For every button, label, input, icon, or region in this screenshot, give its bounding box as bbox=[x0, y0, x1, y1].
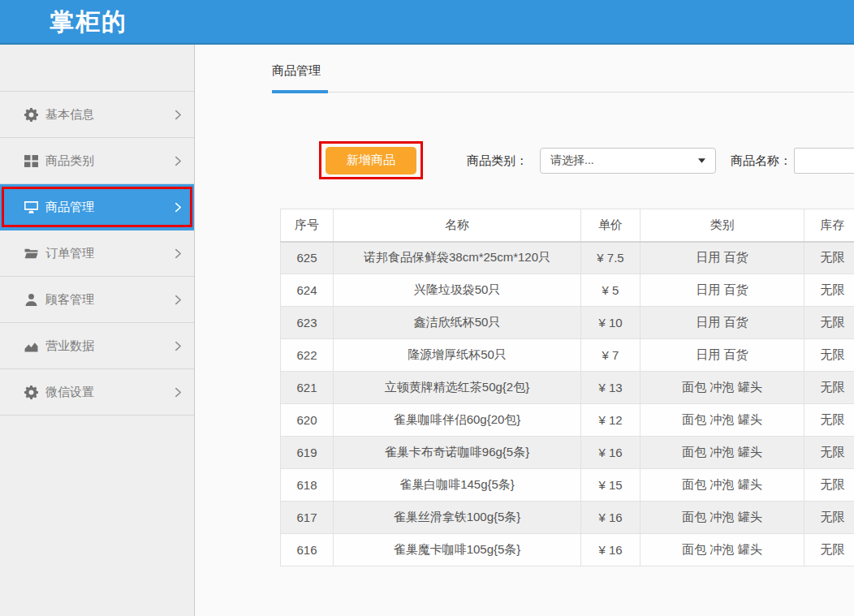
cell-price: ¥ 5 bbox=[581, 274, 640, 307]
sidebar-item-label: 商品管理 bbox=[45, 200, 94, 215]
column-header-serial: 序号 bbox=[281, 209, 334, 242]
cell-price: ¥ 16 bbox=[581, 437, 640, 469]
table-row: 622隆源增厚纸杯50只¥ 7日用 百货无限 bbox=[281, 339, 854, 372]
table-header-row: 序号名称单价类别库存 bbox=[281, 209, 854, 242]
cell-serial: 622 bbox=[281, 339, 334, 372]
cell-name: 雀巢魔卡咖啡105g{5条} bbox=[334, 534, 581, 566]
tab-product-management[interactable]: 商品管理 bbox=[272, 63, 321, 79]
cell-stock: 无限 bbox=[804, 469, 854, 502]
cell-serial: 624 bbox=[281, 274, 334, 307]
column-header-category: 类别 bbox=[640, 209, 804, 242]
cell-category: 面包 冲泡 罐头 bbox=[640, 404, 804, 437]
cell-price: ¥ 16 bbox=[581, 534, 640, 566]
user-icon bbox=[24, 292, 39, 307]
product-table-wrap: 序号名称单价类别库存 625诺邦食品保鲜袋38cm*25cm*120只¥ 7.5… bbox=[280, 209, 854, 566]
chevron-right-icon bbox=[175, 155, 182, 167]
table-row: 625诺邦食品保鲜袋38cm*25cm*120只¥ 7.5日用 百货无限 bbox=[281, 242, 854, 274]
app-header: 掌柜的 bbox=[0, 0, 854, 45]
cell-price: ¥ 16 bbox=[581, 502, 640, 534]
sidebar-item-wechat-settings[interactable]: 微信设置 bbox=[0, 369, 194, 416]
cell-stock: 无限 bbox=[804, 502, 854, 534]
caret-down-icon bbox=[698, 158, 705, 163]
cell-name: 兴隆垃圾袋50只 bbox=[334, 274, 581, 307]
sidebar-nav: 基本信息商品类别商品管理订单管理顾客管理营业数据微信设置 bbox=[0, 92, 194, 416]
app-title: 掌柜的 bbox=[0, 0, 854, 43]
table-row: 619雀巢卡布奇诺咖啡96g{5条}¥ 16面包 冲泡 罐头无限 bbox=[281, 437, 854, 469]
cell-category: 面包 冲泡 罐头 bbox=[640, 469, 804, 502]
table-row: 618雀巢白咖啡145g{5条}¥ 15面包 冲泡 罐头无限 bbox=[281, 469, 854, 502]
cell-category: 面包 冲泡 罐头 bbox=[640, 372, 804, 404]
table-row: 621立顿黄牌精选红茶50g{2包}¥ 13面包 冲泡 罐头无限 bbox=[281, 372, 854, 404]
cell-category: 面包 冲泡 罐头 bbox=[640, 534, 804, 566]
cell-stock: 无限 bbox=[804, 242, 854, 274]
monitor-icon bbox=[24, 200, 39, 214]
chevron-right-icon bbox=[175, 201, 182, 213]
table-row: 624兴隆垃圾袋50只¥ 5日用 百货无限 bbox=[281, 274, 854, 307]
column-header-stock: 库存 bbox=[804, 209, 854, 242]
cell-stock: 无限 bbox=[804, 274, 854, 307]
cell-name: 雀巢咖啡伴侣60g{20包} bbox=[334, 404, 581, 437]
sidebar-item-label: 商品类别 bbox=[45, 153, 94, 169]
cell-name: 诺邦食品保鲜袋38cm*25cm*120只 bbox=[334, 242, 581, 274]
cell-price: ¥ 15 bbox=[581, 469, 640, 502]
gear-icon bbox=[24, 107, 39, 122]
cell-category: 日用 百货 bbox=[640, 242, 804, 274]
cell-name: 雀巢白咖啡145g{5条} bbox=[334, 469, 581, 502]
cell-category: 面包 冲泡 罐头 bbox=[640, 437, 804, 469]
sidebar-item-order-management[interactable]: 订单管理 bbox=[0, 230, 194, 277]
sidebar-item-label: 基本信息 bbox=[45, 107, 94, 123]
cell-stock: 无限 bbox=[804, 404, 854, 437]
cell-serial: 617 bbox=[281, 502, 334, 534]
cell-category: 面包 冲泡 罐头 bbox=[640, 502, 804, 534]
chart-icon bbox=[24, 338, 39, 353]
sidebar-item-label: 营业数据 bbox=[45, 338, 94, 354]
column-header-name: 名称 bbox=[334, 209, 581, 242]
cell-name: 鑫洁欣纸杯50只 bbox=[334, 307, 581, 339]
chevron-right-icon bbox=[175, 109, 182, 121]
sidebar-item-label: 订单管理 bbox=[45, 246, 94, 261]
cell-serial: 623 bbox=[281, 307, 334, 339]
folder-icon bbox=[24, 246, 39, 261]
cell-category: 日用 百货 bbox=[640, 274, 804, 307]
cell-stock: 无限 bbox=[804, 372, 854, 404]
gear-icon bbox=[24, 385, 39, 399]
cell-name: 立顿黄牌精选红茶50g{2包} bbox=[334, 372, 581, 404]
cell-serial: 618 bbox=[281, 469, 334, 502]
sidebar-spacer bbox=[0, 45, 194, 92]
cell-serial: 621 bbox=[281, 372, 334, 404]
cell-price: ¥ 7.5 bbox=[581, 242, 640, 274]
cell-stock: 无限 bbox=[804, 307, 854, 339]
category-select[interactable]: 请选择... bbox=[540, 148, 716, 174]
chevron-right-icon bbox=[175, 294, 182, 306]
category-select-value: 请选择... bbox=[550, 153, 594, 168]
cell-stock: 无限 bbox=[804, 437, 854, 469]
product-table: 序号名称单价类别库存 625诺邦食品保鲜袋38cm*25cm*120只¥ 7.5… bbox=[280, 209, 854, 566]
cell-price: ¥ 13 bbox=[581, 372, 640, 404]
cell-price: ¥ 7 bbox=[581, 339, 640, 372]
add-product-button[interactable]: 新增商品 bbox=[326, 147, 416, 174]
cell-stock: 无限 bbox=[804, 339, 854, 372]
table-row: 617雀巢丝滑拿铁100g{5条}¥ 16面包 冲泡 罐头无限 bbox=[281, 502, 854, 534]
sidebar-item-product-management[interactable]: 商品管理 bbox=[0, 184, 194, 230]
cell-category: 日用 百货 bbox=[640, 339, 804, 372]
sidebar-item-basic-info[interactable]: 基本信息 bbox=[0, 92, 194, 138]
cell-serial: 625 bbox=[281, 242, 334, 274]
column-header-price: 单价 bbox=[581, 209, 640, 242]
cell-category: 日用 百货 bbox=[640, 307, 804, 339]
table-row: 616雀巢魔卡咖啡105g{5条}¥ 16面包 冲泡 罐头无限 bbox=[281, 534, 854, 566]
sidebar-item-customer-management[interactable]: 顾客管理 bbox=[0, 277, 194, 323]
chevron-right-icon bbox=[175, 248, 182, 260]
name-filter-label: 商品名称： bbox=[731, 141, 791, 179]
tab-active-underline bbox=[272, 90, 328, 93]
product-name-input[interactable] bbox=[794, 148, 854, 174]
main-content: 商品管理 新增商品 商品类别： 请选择... 商品名称： 序号名称单价类别库存 … bbox=[195, 45, 854, 616]
cell-serial: 620 bbox=[281, 404, 334, 437]
cell-price: ¥ 12 bbox=[581, 404, 640, 437]
grid-icon bbox=[24, 153, 39, 168]
sidebar-item-product-category[interactable]: 商品类别 bbox=[0, 138, 194, 184]
chevron-right-icon bbox=[175, 386, 182, 398]
cell-name: 隆源增厚纸杯50只 bbox=[334, 339, 581, 372]
cell-name: 雀巢丝滑拿铁100g{5条} bbox=[334, 502, 581, 534]
sidebar-item-business-data[interactable]: 营业数据 bbox=[0, 323, 194, 369]
table-row: 623鑫洁欣纸杯50只¥ 10日用 百货无限 bbox=[281, 307, 854, 339]
